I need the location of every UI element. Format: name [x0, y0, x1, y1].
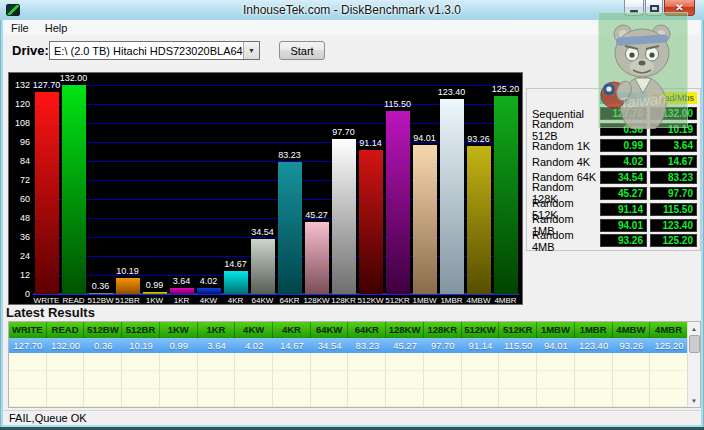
table-column-header-4kr[interactable]: 4KR	[273, 322, 311, 338]
empty-cell-column	[537, 353, 575, 407]
scrollbar-thumb[interactable]	[689, 335, 700, 353]
minimize-button[interactable]	[624, 0, 644, 16]
bar-value-label: 132.00	[60, 73, 88, 83]
table-column-header-1mbw[interactable]: 1MBW	[537, 322, 575, 338]
read-value-display: 97.70	[650, 187, 697, 200]
table-column-header-128kw[interactable]: 128KW	[386, 322, 424, 338]
empty-cell-column	[122, 353, 160, 407]
bar-read	[62, 85, 86, 294]
table-cell: 127.70	[9, 338, 47, 353]
bar-value-label: 115.50	[384, 99, 411, 109]
table-cell: 123.40	[575, 338, 613, 353]
results-row: Random 1K0.993.64	[532, 139, 697, 153]
bar-slot-512bw: 0.36512BW	[87, 85, 114, 294]
latest-results-selected-row[interactable]: 127.70132.000.3610.190.993.644.0214.6734…	[9, 338, 688, 353]
scroll-down-icon[interactable]: ▼	[688, 394, 700, 407]
table-column-header-4mbw[interactable]: 4MBW	[613, 322, 651, 338]
table-cell: 3.64	[198, 338, 236, 353]
maximize-button[interactable]	[645, 0, 663, 16]
bar-value-label: 10.19	[116, 266, 139, 276]
table-column-header-512br[interactable]: 512BR	[122, 322, 160, 338]
table-column-header-4mbr[interactable]: 4MBR	[650, 322, 688, 338]
table-column-header-512bw[interactable]: 512BW	[84, 322, 122, 338]
menu-file[interactable]: File	[3, 22, 37, 34]
empty-cell-column	[424, 353, 462, 407]
chevron-down-icon[interactable]: ▼	[243, 42, 259, 59]
y-axis-tick-label: 96	[9, 137, 30, 147]
table-cell: 45.27	[386, 338, 424, 353]
empty-cell-column	[9, 353, 47, 407]
empty-cell-column	[160, 353, 198, 407]
titlebar[interactable]: InhouseTek.com - DiskBenchmark v1.3.0 ✕	[0, 0, 704, 20]
empty-cell-column	[235, 353, 273, 407]
x-axis-tick-label: 512KW	[357, 296, 383, 305]
bar-value-label: 123.40	[438, 87, 466, 97]
write-value-display: 127.70	[600, 107, 647, 120]
bar-value-label: 0.99	[146, 280, 164, 290]
table-cell: 0.99	[160, 338, 198, 353]
drive-label: Drive:	[12, 43, 49, 58]
results-row-label: Random 4MB	[532, 229, 597, 253]
bar-slot-512kw: 91.14512KW	[357, 85, 384, 294]
empty-cell-column	[575, 353, 613, 407]
close-button[interactable]: ✕	[664, 0, 695, 16]
table-column-header-write[interactable]: WRITE	[9, 322, 47, 338]
x-axis-tick-label: 1MBR	[440, 296, 462, 305]
write-value-display: 0.36	[600, 123, 647, 136]
x-axis-tick-label: 512BR	[115, 296, 139, 305]
app-window: InhouseTek.com - DiskBenchmark v1.3.0 ✕ …	[0, 0, 704, 430]
x-axis-tick-label: WRITE	[34, 296, 60, 305]
table-column-header-64kr[interactable]: 64KR	[348, 322, 386, 338]
table-cell: 91.14	[462, 338, 500, 353]
status-text: FAIL,Queue OK	[9, 412, 87, 424]
bar-value-label: 34.54	[251, 227, 274, 237]
bar-4mbw	[467, 146, 491, 294]
bar-value-label: 4.02	[200, 276, 218, 286]
table-cell: 125.20	[650, 338, 688, 353]
table-column-header-512kw[interactable]: 512KW	[462, 322, 500, 338]
table-column-header-1mbr[interactable]: 1MBR	[575, 322, 613, 338]
bar-slot-1mbr: 123.401MBR	[438, 85, 465, 294]
bar-512bw	[89, 293, 113, 294]
x-axis-tick-label: READ	[62, 296, 84, 305]
start-button[interactable]: Start	[279, 41, 325, 60]
bar-64kr	[278, 162, 302, 294]
empty-cell-column	[273, 353, 311, 407]
table-column-header-128kr[interactable]: 128KR	[424, 322, 462, 338]
x-axis-tick-label: 512BW	[87, 296, 113, 305]
table-cell: 14.67	[273, 338, 311, 353]
bar-value-label: 45.27	[305, 210, 328, 220]
bar-value-label: 83.23	[278, 150, 301, 160]
x-axis-tick-label: 1KR	[174, 296, 190, 305]
empty-cell-column	[311, 353, 349, 407]
latest-results-heading: Latest Results	[6, 305, 95, 320]
table-column-header-1kw[interactable]: 1KW	[160, 322, 198, 338]
bar-1mbr	[440, 99, 464, 294]
latest-results-empty-area	[9, 353, 688, 407]
menu-help[interactable]: Help	[37, 22, 76, 34]
results-row: Random 512B0.3610.19	[532, 123, 697, 137]
read-value-display: 14.67	[650, 155, 697, 168]
bar-slot-read: 132.00READ	[60, 85, 87, 294]
table-cell: 10.19	[122, 338, 160, 353]
empty-cell-column	[462, 353, 500, 407]
table-column-header-1kr[interactable]: 1KR	[198, 322, 236, 338]
y-axis-tick-label: 36	[9, 232, 30, 242]
table-column-header-64kw[interactable]: 64KW	[311, 322, 349, 338]
table-column-header-512kr[interactable]: 512KR	[499, 322, 537, 338]
column-header-write: Write/Mbs	[600, 92, 647, 104]
table-column-header-read[interactable]: READ	[47, 322, 85, 338]
scroll-up-icon[interactable]: ▲	[688, 322, 700, 335]
bar-slot-write: 127.70WRITE	[33, 85, 60, 294]
menubar: File Help	[3, 20, 701, 35]
bar-slot-4mbr: 125.204MBR	[492, 85, 519, 294]
y-axis-tick-label: 108	[9, 118, 30, 128]
table-column-header-4kw[interactable]: 4KW	[235, 322, 273, 338]
x-axis-tick-label: 4MBW	[467, 296, 491, 305]
drive-select[interactable]: E:\ (2.0 TB) Hitachi HDS723020BLA642 USB…	[49, 41, 260, 60]
y-axis-tick-label: 0	[9, 289, 30, 299]
bar-slot-1mbw: 94.011MBW	[411, 85, 438, 294]
table-cell: 93.26	[613, 338, 651, 353]
scrollbar[interactable]: ▲ ▼	[687, 322, 700, 407]
results-row-label: Random 4K	[532, 156, 597, 168]
